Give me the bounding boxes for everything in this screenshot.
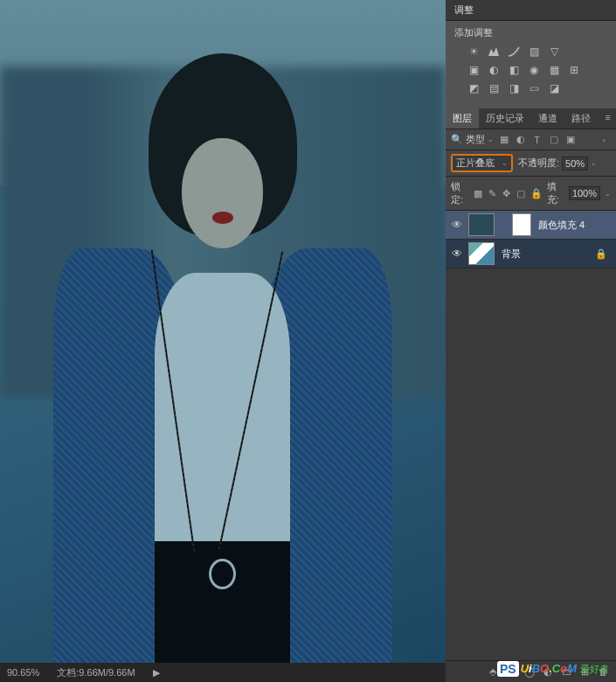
layer-row[interactable]: 👁 颜色填充 4 — [446, 211, 616, 240]
document-canvas[interactable]: 90.65% 文档:9.66M/9.66M ▶ — [0, 0, 446, 682]
curves-icon[interactable] — [507, 45, 521, 59]
hue-sat-icon[interactable]: ▣ — [467, 63, 481, 77]
invert-icon[interactable]: ◩ — [467, 81, 481, 95]
panel-menu-icon[interactable]: ≡ — [600, 108, 616, 129]
lock-icon: 🔒 — [595, 248, 613, 260]
filter-shape-icon[interactable]: ▢ — [547, 133, 560, 146]
watermark: PS UiBO.CoM 爱好者 — [497, 661, 609, 677]
adjustments-panel-body: 添加调整 ☀ ▨ ▽ ▣ ◐ ◧ ◉ ▦ ⊞ ◩ ▤ ◨ ▭ ◪ — [446, 21, 616, 108]
layer-thumbnail[interactable] — [468, 242, 495, 265]
layer-filter-toolbar: 🔍 类型 ⌄ ▦ ◐ T ▢ ▣ ◦ — [446, 129, 616, 150]
watermark-text: UiBO.CoM — [521, 662, 577, 676]
lock-fill-row: 锁定: ▩ ✎ ✥ ▢ 🔒 填充: 100% ⌄ — [446, 177, 616, 211]
tab-channels[interactable]: 通道 — [531, 108, 564, 129]
layer-name[interactable]: 颜色填充 4 — [535, 219, 585, 232]
lock-all-icon[interactable]: 🔒 — [530, 187, 543, 199]
opacity-input[interactable]: 50% — [562, 157, 588, 170]
doc-info[interactable]: 文档:9.66M/9.66M — [57, 666, 135, 679]
layer-name[interactable]: 背景 — [498, 247, 521, 261]
lock-transparency-icon[interactable]: ▩ — [473, 187, 482, 199]
selective-color-icon[interactable]: ◪ — [547, 81, 561, 95]
blend-opacity-row: 正片叠底 ⌄ 不透明度: 50% ⌄ — [446, 150, 616, 177]
tab-layers[interactable]: 图层 — [446, 108, 479, 129]
lock-pixels-icon[interactable]: ✎ — [488, 187, 497, 199]
chevron-down-icon[interactable]: ⌄ — [605, 190, 611, 198]
lock-artboard-icon[interactable]: ▢ — [516, 187, 525, 199]
opacity-label: 不透明度: — [518, 157, 559, 170]
visibility-toggle-icon[interactable]: 👁 — [449, 246, 465, 261]
watermark-chinese: 爱好者 — [580, 663, 609, 676]
chevron-down-icon: ⌄ — [488, 136, 494, 143]
add-adjustment-label: 添加调整 — [454, 26, 607, 39]
filter-adjust-icon[interactable]: ◐ — [514, 133, 527, 146]
color-lookup-icon[interactable]: ⊞ — [567, 63, 581, 77]
threshold-icon[interactable]: ◨ — [507, 81, 521, 95]
fill-label: 填充: — [547, 180, 564, 206]
fill-input[interactable]: 100% — [569, 186, 600, 200]
brightness-contrast-icon[interactable]: ☀ — [467, 45, 481, 59]
photo-filter-icon[interactable]: ◉ — [527, 63, 541, 77]
chevron-down-icon[interactable]: ⌄ — [591, 159, 597, 167]
blend-mode-select[interactable]: 正片叠底 ⌄ — [451, 154, 513, 172]
visibility-toggle-icon[interactable]: 👁 — [449, 217, 465, 233]
right-panels: 调整 添加调整 ☀ ▨ ▽ ▣ ◐ ◧ ◉ ▦ ⊞ ◩ ▤ ◨ ▭ ◪ 图层 历… — [446, 0, 616, 682]
adjustments-title: 调整 — [454, 4, 474, 15]
status-bar: 90.65% 文档:9.66M/9.66M ▶ — [0, 663, 446, 682]
canvas-area: 90.65% 文档:9.66M/9.66M ▶ — [0, 0, 446, 682]
layer-row[interactable]: 👁 背景 🔒 — [446, 240, 616, 268]
blend-mode-value: 正片叠底 — [456, 157, 495, 170]
filter-smart-icon[interactable]: ▣ — [564, 133, 577, 146]
bw-icon[interactable]: ◧ — [507, 63, 521, 77]
filter-pixel-icon[interactable]: ▦ — [497, 133, 510, 146]
tab-paths[interactable]: 路径 — [564, 108, 598, 129]
gradient-map-icon[interactable]: ▭ — [527, 81, 541, 95]
document-image — [0, 0, 446, 663]
levels-icon[interactable] — [487, 45, 501, 59]
tab-history[interactable]: 历史记录 — [479, 108, 531, 129]
lock-position-icon[interactable]: ✥ — [502, 187, 511, 199]
watermark-ps-badge: PS — [497, 661, 519, 677]
filter-label: 类型 — [466, 133, 485, 146]
lock-label: 锁定: — [451, 180, 468, 206]
vibrance-icon[interactable]: ▽ — [547, 45, 561, 59]
exposure-icon[interactable]: ▨ — [527, 45, 541, 59]
adjustments-panel-header[interactable]: 调整 — [446, 0, 616, 21]
posterize-icon[interactable]: ▤ — [487, 81, 501, 95]
chevron-down-icon: ⌄ — [502, 159, 508, 167]
layer-list: 👁 颜色填充 4 👁 背景 🔒 — [446, 211, 616, 660]
filter-type-select[interactable]: 🔍 类型 ⌄ — [451, 133, 494, 146]
zoom-level[interactable]: 90.65% — [7, 667, 39, 678]
filter-toggle-icon[interactable]: ◦ — [598, 133, 611, 146]
status-arrow[interactable]: ▶ — [153, 667, 160, 679]
color-balance-icon[interactable]: ◐ — [487, 63, 501, 77]
layers-tabs: 图层 历史记录 通道 路径 ≡ — [446, 108, 616, 129]
filter-type-icon[interactable]: T — [530, 133, 543, 146]
channel-mixer-icon[interactable]: ▦ — [547, 63, 561, 77]
layer-thumbnail[interactable] — [468, 213, 495, 236]
search-icon: 🔍 — [451, 134, 463, 145]
layer-mask-thumbnail[interactable] — [512, 213, 531, 236]
